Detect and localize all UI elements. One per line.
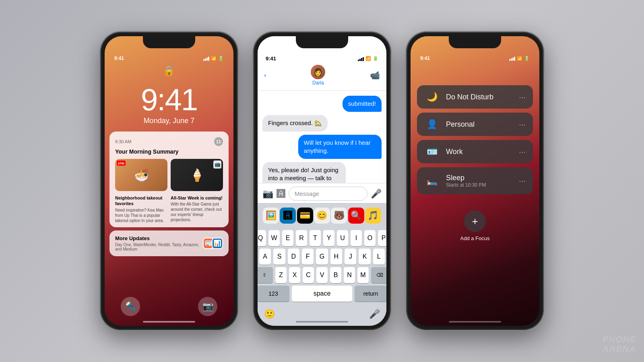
- lock-date: Monday, June 7: [105, 117, 233, 125]
- work-label: Work: [446, 148, 512, 156]
- key-y[interactable]: Y: [323, 230, 334, 246]
- key-j[interactable]: J: [345, 249, 356, 265]
- keyboard-row-3: ⇧ Z X C V B N M ⌫: [259, 267, 385, 283]
- key-a[interactable]: A: [259, 249, 271, 265]
- audio-input-icon[interactable]: 🎤: [371, 189, 382, 199]
- work-more[interactable]: ···: [519, 147, 526, 156]
- signal-icon: [203, 56, 209, 61]
- key-z[interactable]: Z: [275, 267, 287, 283]
- contact-info[interactable]: 👩 Darla: [311, 65, 325, 86]
- keyboard-row-1: Q W E R T Y U I O P: [259, 230, 385, 246]
- key-delete[interactable]: ⌫: [371, 267, 386, 283]
- keyboard-row-4: 123 space return: [259, 286, 385, 302]
- message-bubble-received-1: Fingers crossed. 🏡: [262, 115, 328, 131]
- message-input-row: 📷 🅰 Message 🎤: [262, 187, 382, 201]
- applepay-icon[interactable]: 💳: [297, 208, 313, 224]
- key-f[interactable]: F: [302, 249, 314, 265]
- notif-headline1: Neighborhood takeout favorites: [115, 195, 167, 207]
- music-icon[interactable]: 🎵: [365, 208, 381, 224]
- more-updates-card[interactable]: More Updates Day One, WaterMinder, Reddi…: [109, 230, 229, 256]
- sleep-more[interactable]: ···: [519, 176, 526, 185]
- animoji-icon[interactable]: 🐻: [331, 208, 347, 224]
- dictation-key[interactable]: 🎤: [366, 306, 383, 323]
- key-o[interactable]: O: [364, 230, 376, 246]
- home-indicator: [143, 321, 195, 323]
- key-k[interactable]: K: [359, 249, 370, 265]
- key-l[interactable]: L: [373, 249, 385, 265]
- add-focus-section[interactable]: + Add a Focus: [417, 210, 533, 241]
- do-not-disturb-more[interactable]: ···: [519, 93, 526, 102]
- key-m[interactable]: M: [357, 267, 369, 283]
- morning-summary-card[interactable]: 9:30 AM 11 Your Morning Summary yelp 📺: [109, 132, 229, 227]
- notif-text-block: Neighborhood takeout favorites Need insp…: [115, 195, 223, 223]
- key-h[interactable]: H: [330, 249, 342, 265]
- personal-label: Personal: [446, 120, 512, 129]
- flashlight-button[interactable]: 🔦: [121, 297, 140, 316]
- add-focus-label: Add a Focus: [460, 235, 490, 241]
- status-icons: 📶 🔋: [203, 56, 224, 61]
- notif-col1: Neighborhood takeout favorites Need insp…: [115, 195, 167, 223]
- phone3-status-icons: 📶 🔋: [509, 56, 530, 61]
- focus-cards: 🌙 Do Not Disturb ··· 👤 Personal ··· 🪪 Wo…: [411, 61, 539, 248]
- key-q[interactable]: Q: [258, 230, 266, 246]
- key-n[interactable]: N: [344, 267, 355, 283]
- key-u[interactable]: U: [337, 230, 348, 246]
- phone3-screen-container: 9:41 📶 🔋 🌙: [411, 36, 539, 326]
- personal-more[interactable]: ···: [519, 120, 526, 129]
- add-focus-button[interactable]: +: [464, 210, 486, 232]
- search-icon[interactable]: 🔍: [348, 208, 364, 224]
- key-space[interactable]: space: [292, 286, 352, 302]
- focus-card-work[interactable]: 🪪 Work ···: [417, 140, 533, 163]
- key-i[interactable]: I: [351, 230, 362, 246]
- camera-button[interactable]: 📷: [198, 297, 217, 316]
- lock-icon: 🔒: [105, 65, 233, 76]
- key-s[interactable]: S: [273, 249, 285, 265]
- emoji-key[interactable]: 🙂: [261, 306, 278, 323]
- key-g[interactable]: G: [316, 249, 328, 265]
- focus-card-sleep[interactable]: 🛏️ Sleep Starts at 10:30 PM ···: [417, 167, 533, 194]
- key-d[interactable]: D: [288, 249, 299, 265]
- notch: [143, 36, 195, 48]
- key-c[interactable]: C: [303, 267, 314, 283]
- notif-title: Your Morning Summary: [115, 148, 223, 155]
- food-image: yelp: [115, 159, 167, 191]
- phone1-screen: 9:41 📶 🔋 🔒 9:41 M: [105, 36, 233, 326]
- focus-card-do-not-disturb[interactable]: 🌙 Do Not Disturb ···: [417, 85, 533, 109]
- back-button[interactable]: ‹: [264, 71, 266, 79]
- memoji-icon[interactable]: 😊: [314, 208, 330, 224]
- sleep-icon: 🛏️: [424, 176, 440, 186]
- more-updates-text: More Updates Day One, WaterMinder, Reddi…: [115, 235, 203, 251]
- lock-screen: 9:41 📶 🔋 🔒 9:41 M: [105, 36, 233, 326]
- messages-header: ‹ 👩 Darla 📹: [258, 62, 386, 91]
- notif-badge: 11: [214, 137, 223, 146]
- key-return[interactable]: return: [355, 286, 386, 302]
- more-updates-title: More Updates: [115, 235, 203, 241]
- key-t[interactable]: T: [310, 230, 321, 246]
- phone2-status-icons: 📶 🔋: [358, 56, 378, 61]
- key-x[interactable]: X: [289, 267, 300, 283]
- message-input-area: 📷 🅰 Message 🎤: [258, 183, 386, 203]
- home-indicator-3: [449, 321, 501, 323]
- key-b[interactable]: B: [330, 267, 341, 283]
- phone3-wrapper: 9:41 📶 🔋 🌙: [407, 32, 543, 330]
- work-icon: 🪪: [424, 146, 440, 157]
- focus-card-personal[interactable]: 👤 Personal ···: [417, 113, 533, 136]
- message-input[interactable]: Message: [289, 187, 367, 201]
- photos-app-icon[interactable]: 🖼️: [263, 208, 279, 224]
- keyboard[interactable]: Q W E R T Y U I O P A S D: [258, 228, 386, 326]
- camera-input-icon[interactable]: 📷: [262, 189, 273, 199]
- key-p[interactable]: P: [378, 230, 386, 246]
- phone2-wifi-icon: 📶: [365, 56, 371, 61]
- key-w[interactable]: W: [268, 230, 280, 246]
- notif-body1: Need inspiration? Kea Mao from Up Thai i…: [115, 208, 167, 223]
- key-v[interactable]: V: [316, 267, 328, 283]
- key-r[interactable]: R: [296, 230, 307, 246]
- phone2-wrapper: 9:41 📶 🔋 ‹ 👩: [254, 32, 390, 330]
- key-numbers[interactable]: 123: [258, 286, 289, 302]
- appstore-input-icon[interactable]: 🅰: [277, 189, 285, 199]
- key-e[interactable]: E: [282, 230, 293, 246]
- key-shift[interactable]: ⇧: [258, 267, 273, 283]
- appstore-app-icon[interactable]: 🅰: [280, 208, 296, 224]
- sleep-label: Sleep: [446, 174, 512, 182]
- video-call-button[interactable]: 📹: [370, 70, 380, 80]
